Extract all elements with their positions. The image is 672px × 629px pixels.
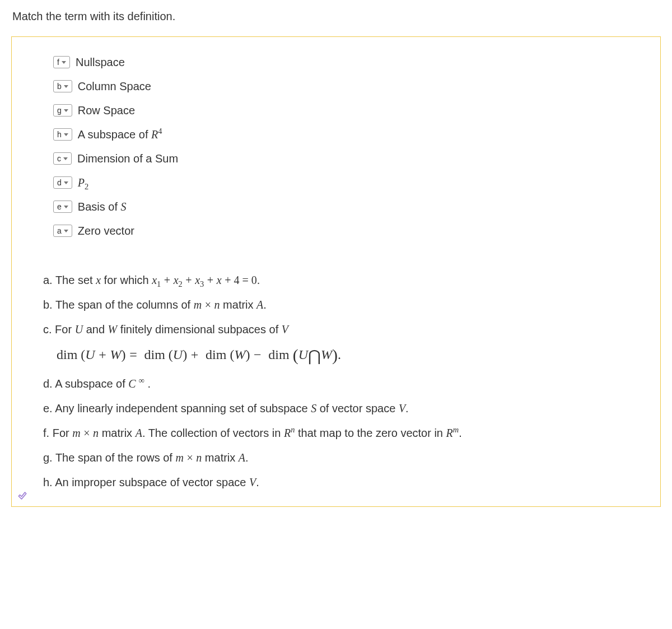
match-select[interactable]: a — [53, 225, 72, 237]
match-select-value: f — [57, 58, 59, 67]
match-row: b Column Space — [53, 77, 640, 96]
chevron-down-icon — [64, 206, 68, 208]
match-select-value: h — [57, 130, 62, 139]
term-label: Nullspace — [76, 56, 125, 69]
match-list: f Nullspace b Column Space g Row Space — [53, 53, 640, 240]
match-row: d P2 — [53, 173, 640, 192]
match-select-value: d — [57, 178, 62, 187]
term-label: P2 — [78, 176, 88, 189]
match-select-value: c — [57, 154, 61, 163]
match-select[interactable]: e — [53, 201, 72, 213]
match-select-value: g — [57, 106, 62, 115]
match-select-value: a — [57, 226, 62, 235]
chevron-down-icon — [64, 181, 68, 184]
match-select[interactable]: g — [53, 104, 72, 117]
match-select-value: b — [57, 82, 62, 91]
term-label: Basis of S — [78, 201, 127, 213]
definition-g: g. The span of the rows of m × n matrix … — [43, 449, 640, 466]
match-select[interactable]: c — [53, 152, 72, 165]
match-row: c Dimension of a Sum — [53, 149, 640, 168]
chevron-down-icon — [63, 157, 68, 160]
match-row: a Zero vector — [53, 221, 640, 240]
chevron-down-icon — [62, 61, 66, 64]
match-select[interactable]: h — [53, 128, 72, 141]
check-icon — [17, 491, 27, 501]
term-label: A subspace of R4 — [78, 128, 162, 141]
answer-box: f Nullspace b Column Space g Row Space — [11, 36, 661, 507]
definition-e: e. Any linearly independent spanning set… — [43, 400, 640, 417]
term-label: Column Space — [78, 80, 151, 93]
match-row: g Row Space — [53, 101, 640, 120]
chevron-down-icon — [64, 109, 68, 112]
match-row: h A subspace of R4 — [53, 125, 640, 144]
match-row: e Basis of S — [53, 197, 640, 216]
match-row: f Nullspace — [53, 53, 640, 72]
question-instruction: Match the term with its definition. — [12, 10, 661, 23]
match-select[interactable]: b — [53, 80, 72, 92]
match-select[interactable]: f — [53, 56, 70, 68]
definition-d: d. A subspace of C ∞ . — [43, 375, 640, 392]
definition-b: b. The span of the columns of m × n matr… — [43, 296, 640, 313]
term-label: Zero vector — [78, 225, 134, 237]
chevron-down-icon — [64, 133, 68, 136]
match-select[interactable]: d — [53, 176, 72, 189]
definition-h: h. An improper subspace of vector space … — [43, 474, 640, 491]
definition-f: f. For m × n matrix A. The collection of… — [43, 425, 640, 441]
chevron-down-icon — [64, 230, 68, 232]
term-label: Dimension of a Sum — [77, 152, 178, 165]
chevron-down-icon — [64, 85, 68, 88]
definition-a: a. The set x for which x1 + x2 + x3 + x … — [43, 272, 640, 288]
definition-c: c. For U and W finitely dimensional subp… — [43, 321, 640, 367]
term-label: Row Space — [78, 104, 135, 117]
match-select-value: e — [57, 202, 62, 211]
definition-list: a. The set x for which x1 + x2 + x3 + x … — [43, 272, 640, 491]
